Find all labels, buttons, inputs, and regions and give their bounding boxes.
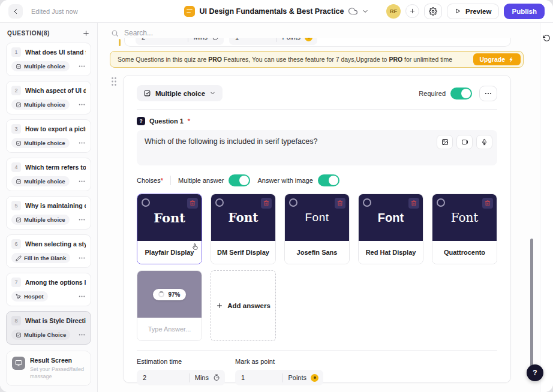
choices-label: Choises*: [137, 177, 163, 184]
choice-card-red-hat-display[interactable]: Font Red Hat Display: [358, 194, 423, 264]
checkbox-icon: [16, 140, 22, 146]
font-preview: Font: [451, 210, 479, 225]
plus-icon: [216, 302, 223, 309]
question-type-badge: Multiple choice: [11, 138, 70, 148]
radio-icon[interactable]: [363, 198, 371, 207]
question-type-badge: Multiple choice: [11, 215, 70, 225]
required-label: Required: [419, 90, 446, 97]
sidebar-item-question-2[interactable]: 2Which aspect of UI de... Multiple choic…: [6, 81, 91, 114]
plus-icon: [409, 8, 416, 14]
add-collaborator-button[interactable]: [405, 4, 419, 18]
sidebar-item-question-7[interactable]: 7Among the options list... Hospot: [6, 273, 91, 306]
scrollbar-thumb[interactable]: [530, 239, 533, 367]
delete-choice-button[interactable]: [408, 198, 419, 209]
settings-button[interactable]: [424, 4, 442, 19]
hand-cursor-icon: [191, 243, 199, 251]
question-type-dropdown[interactable]: Multiple choice: [137, 85, 223, 101]
sidebar-item-question-5[interactable]: 5Why is maintaining co... Multiple choic…: [6, 196, 91, 230]
previous-points-input[interactable]: 1 Points: [229, 38, 317, 45]
mark-as-point-label: Mark as point: [235, 358, 323, 365]
chevron-down-icon[interactable]: [362, 8, 369, 15]
question-more-button[interactable]: [479, 86, 497, 101]
delete-choice-button[interactable]: [261, 198, 272, 209]
multiple-answer-toggle[interactable]: [229, 174, 250, 186]
history-button[interactable]: [543, 34, 551, 42]
sidebar-item-question-8[interactable]: 8What is Style Direction... Multiple Cho…: [6, 311, 91, 345]
required-toggle[interactable]: [450, 88, 472, 99]
preview-label: Preview: [465, 8, 491, 15]
question-title: Which term refers to t...: [25, 164, 86, 171]
points-input[interactable]: 1 Points: [235, 370, 323, 385]
question-title: When selecting a style: [25, 240, 86, 248]
choice-card-quattrocento[interactable]: Font Quattrocento: [432, 194, 497, 264]
radio-icon[interactable]: [437, 198, 445, 207]
checkbox-icon: [143, 89, 151, 97]
search-input[interactable]: [124, 29, 244, 37]
question-label: Question 1: [149, 117, 184, 125]
answer-with-image-toggle[interactable]: [318, 174, 339, 186]
drag-handle[interactable]: [111, 77, 117, 86]
more-options-icon[interactable]: [78, 331, 86, 339]
question-number-badge: 7: [11, 278, 21, 287]
publish-button[interactable]: Publish: [504, 4, 545, 19]
choice-card-playfair-display[interactable]: Font Playfair Display: [137, 194, 202, 264]
delete-choice-button[interactable]: [335, 198, 345, 209]
sidebar-item-question-3[interactable]: 3How to export a pictu... Multiple choic…: [6, 119, 91, 153]
question-text-input[interactable]: Which of the following is included in se…: [137, 130, 497, 165]
type-answer-card[interactable]: 97% Type Answer...: [137, 270, 202, 341]
back-button[interactable]: [8, 4, 23, 19]
font-preview: Font: [378, 211, 404, 225]
trash-icon: [263, 200, 269, 206]
more-options-icon[interactable]: [78, 293, 86, 300]
choice-label: Quattrocento: [432, 241, 497, 264]
insert-media-button[interactable]: [456, 135, 473, 149]
sidebar-item-question-1[interactable]: 1What does UI stand fo... Multiple choic…: [6, 43, 91, 76]
media-icon: [461, 138, 468, 146]
trash-icon: [337, 200, 343, 206]
more-options-icon[interactable]: [78, 139, 86, 147]
radio-icon[interactable]: [289, 198, 297, 207]
more-options-icon[interactable]: [78, 101, 86, 108]
editor-canvas: 2 Mins 1 Points Some Questions in this q…: [98, 23, 540, 392]
radio-icon[interactable]: [142, 198, 150, 207]
microphone-icon: [481, 138, 488, 146]
preview-button[interactable]: Preview: [447, 4, 499, 19]
question-title: Which aspect of UI de...: [25, 87, 86, 94]
cloud-sync-icon: [348, 7, 357, 16]
radio-icon[interactable]: [215, 198, 224, 207]
previous-question-card-fragment: 2 Mins 1 Points: [124, 38, 511, 47]
estimation-time-input[interactable]: 2 Mins: [137, 370, 225, 385]
more-options-icon[interactable]: [78, 216, 86, 224]
answer-placeholder[interactable]: Type Answer...: [137, 318, 202, 340]
question-number-badge: 6: [11, 239, 21, 249]
sidebar-item-question-6[interactable]: 6When selecting a style Fill in the Blan…: [6, 234, 91, 268]
record-audio-button[interactable]: [476, 135, 492, 149]
answer-with-image-label: Answer with image: [257, 177, 312, 184]
search-icon: [111, 29, 119, 37]
question-title: Why is maintaining co...: [25, 202, 86, 209]
chevron-left-icon: [12, 8, 19, 15]
font-preview: Font: [305, 211, 329, 224]
help-button[interactable]: ?: [527, 364, 543, 381]
font-preview: Font: [228, 210, 258, 225]
trash-icon: [190, 200, 196, 206]
previous-estimation-input[interactable]: 2 Mins: [136, 38, 224, 45]
more-options-icon[interactable]: [78, 177, 86, 185]
quiz-emoji-icon: [184, 6, 195, 17]
pointer-icon: [16, 294, 22, 300]
result-screen-card[interactable]: Result Screen Set your Passed/failed mas…: [6, 351, 91, 386]
choice-card-josefin-sans[interactable]: Font Josefin Sans: [284, 194, 350, 264]
pro-banner-text: Some Questions in this quiz are PRO Feat…: [118, 56, 473, 63]
delete-choice-button[interactable]: [187, 198, 198, 209]
insert-image-button[interactable]: [437, 135, 453, 149]
more-options-icon[interactable]: [78, 254, 86, 262]
add-answers-button[interactable]: Add answers: [211, 270, 276, 341]
upgrade-button[interactable]: Upgrade: [473, 53, 521, 65]
more-options-icon[interactable]: [78, 62, 86, 70]
avatar[interactable]: RF: [386, 4, 401, 19]
sidebar-item-question-4[interactable]: 4Which term refers to t... Multiple choi…: [6, 158, 91, 191]
choice-card-dm-serif-display[interactable]: Font DM Serif Display: [211, 194, 276, 264]
add-question-button[interactable]: [82, 29, 90, 37]
quiz-builder-window: Edited Just now UI Design Fundamentals &…: [0, 0, 553, 392]
delete-choice-button[interactable]: [482, 198, 493, 209]
